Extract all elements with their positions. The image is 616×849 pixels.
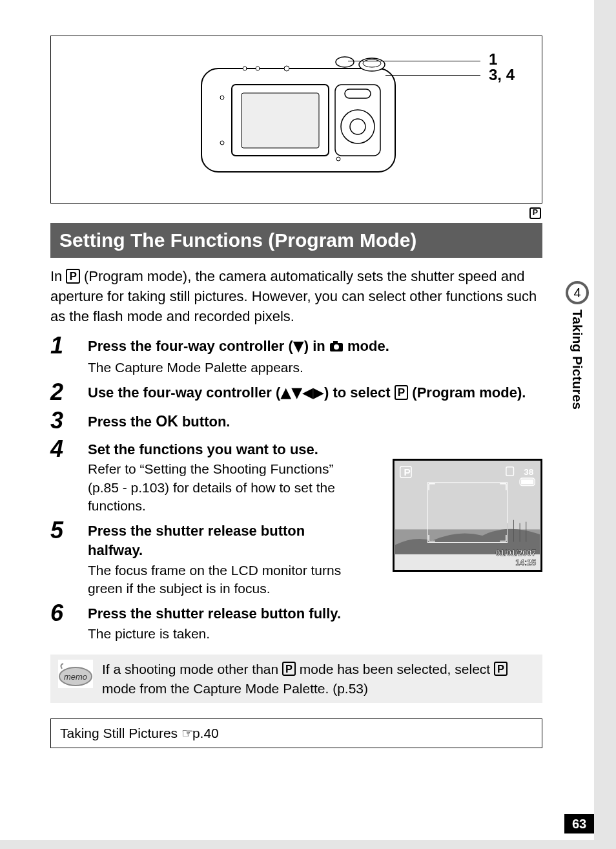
step-4-body: Set the functions you want to use. Refer…	[88, 436, 359, 516]
step-1-desc: The Capture Mode Palette appears.	[88, 359, 542, 377]
step-4-number: 4	[50, 436, 88, 462]
step-5-title: Press the shutter release button halfway…	[88, 521, 359, 560]
step-3-body: Press the OK button.	[88, 408, 542, 432]
step-6-title: Press the shutter release button fully.	[88, 604, 542, 624]
camera-line-art	[196, 49, 403, 185]
step-2-number: 2	[50, 379, 88, 405]
step-6: 6 Press the shutter release button fully…	[50, 600, 542, 643]
step-5-number: 5	[50, 518, 88, 543]
reference-text: Taking Still Pictures	[60, 726, 181, 740]
step-4-title: Set the functions you want to use.	[88, 440, 359, 459]
svg-point-19	[334, 344, 339, 350]
camera-diagram-box: 1 3, 4	[50, 36, 542, 204]
program-mode-badge-memo2: P	[494, 662, 508, 676]
lcd-preview: P 38 01/01/2007 14:25	[393, 459, 542, 572]
callout-line-2	[385, 75, 480, 76]
svg-text:01/01/2007: 01/01/2007	[495, 549, 536, 558]
content-area: 1 3, 4 P Setting The Functions (Program …	[0, 0, 594, 748]
svg-text:memo: memo	[64, 672, 87, 682]
program-mode-badge-top: P	[529, 207, 541, 219]
intro-paragraph: In P (Program mode), the camera automati…	[50, 267, 542, 326]
intro-text-b: (Program mode), the camera automatically…	[50, 268, 537, 324]
step-1-body: Press the four-way controller (▼) in mod…	[88, 333, 542, 377]
svg-text:P: P	[404, 466, 410, 477]
memo-icon: memo	[58, 660, 93, 688]
step-5-body: Press the shutter release button halfway…	[88, 518, 359, 598]
svg-point-13	[284, 66, 289, 71]
step-3: 3 Press the OK button.	[50, 408, 542, 434]
pointer-icon: ☞	[181, 726, 192, 740]
program-mode-badge-inline: P	[66, 269, 79, 284]
svg-point-5	[350, 119, 365, 134]
page: 1 3, 4 P Setting The Functions (Program …	[0, 0, 594, 840]
step-1-number: 1	[50, 333, 88, 359]
chapter-number: 4	[568, 284, 586, 302]
program-mode-badge-step2: P	[395, 385, 408, 400]
chapter-tab: 4 Taking Pictures	[564, 281, 590, 410]
program-mode-badge-memo1: P	[282, 662, 296, 676]
svg-point-7	[336, 57, 354, 67]
step-1: 1 Press the four-way controller (▼) in m…	[50, 333, 542, 377]
step-6-body: Press the shutter release button fully. …	[88, 600, 542, 643]
step-3-number: 3	[50, 408, 88, 434]
svg-point-12	[256, 67, 260, 70]
svg-rect-18	[333, 341, 338, 344]
four-way-arrows-icon: ▲▼◀▶	[280, 384, 324, 401]
ok-button-label: OK	[156, 413, 178, 430]
page-number: 63	[564, 814, 594, 833]
memo-text: If a shooting mode other than P mode has…	[102, 660, 535, 698]
reference-box: Taking Still Pictures ☞p.40	[50, 718, 542, 748]
callout-line-1	[348, 61, 480, 61]
svg-rect-6	[345, 89, 371, 98]
svg-rect-22	[395, 461, 540, 529]
step-6-number: 6	[50, 600, 88, 626]
step-2-body: Use the four-way controller (▲▼◀▶) to se…	[88, 379, 542, 403]
svg-point-11	[243, 67, 247, 70]
step-2-title: Use the four-way controller (▲▼◀▶) to se…	[88, 383, 542, 403]
step-2: 2 Use the four-way controller (▲▼◀▶) to …	[50, 379, 542, 405]
svg-text:38: 38	[524, 467, 534, 477]
step-4-desc: Refer to “Setting the Shooting Functions…	[88, 460, 359, 515]
intro-text-a: In	[50, 268, 66, 284]
svg-rect-35	[521, 479, 533, 485]
step-6-desc: The picture is taken.	[88, 625, 542, 643]
svg-rect-2	[241, 93, 319, 148]
down-arrow-icon: ▼	[293, 338, 304, 354]
svg-text:14:25: 14:25	[515, 558, 536, 567]
chapter-label: Taking Pictures	[570, 309, 585, 410]
step-5-desc: The focus frame on the LCD monitor turns…	[88, 561, 359, 598]
callout-2: 3, 4	[489, 66, 515, 84]
step-1-title: Press the four-way controller (▼) in mod…	[88, 337, 542, 357]
camera-mode-icon	[329, 338, 344, 357]
chapter-number-badge: 4	[566, 281, 589, 304]
section-title: Setting The Functions (Program Mode)	[50, 223, 542, 258]
step-3-title: Press the OK button.	[88, 412, 542, 432]
reference-page: p.40	[192, 726, 219, 740]
memo-box: memo If a shooting mode other than P mod…	[50, 655, 542, 703]
